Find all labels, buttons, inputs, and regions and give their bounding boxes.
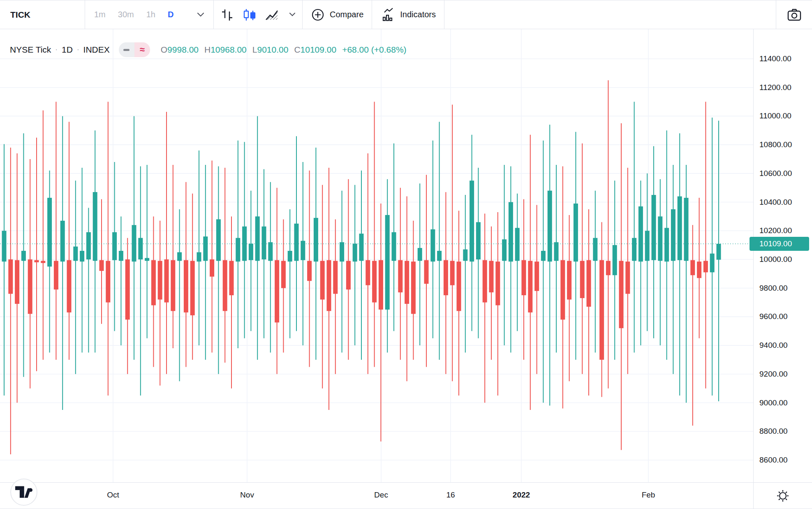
candle-body <box>457 261 461 311</box>
time-axis-label-16: 16 <box>446 490 455 500</box>
area-style-icon[interactable] <box>264 8 279 22</box>
candle-body <box>560 260 565 320</box>
ohlc-high: H10968.00 <box>204 45 247 55</box>
timeframe-button-30m[interactable]: 30m <box>118 10 134 19</box>
candle-body <box>593 238 597 261</box>
candle-body <box>210 259 214 277</box>
price-axis-label: 11200.00 <box>759 83 791 92</box>
candle-body <box>125 259 130 319</box>
candle-body <box>60 221 65 261</box>
time-axis[interactable]: OctNovDec162022Feb <box>0 482 812 509</box>
candle-body <box>619 261 624 328</box>
candle-body <box>223 260 227 311</box>
price-axis-label: 8800.00 <box>759 427 788 436</box>
candle-body <box>664 228 669 261</box>
candle-body <box>184 260 188 312</box>
price-axis-label: 10000.00 <box>759 255 792 264</box>
candle-body <box>372 261 377 302</box>
time-axis-label-Oct: Oct <box>107 490 119 500</box>
indicators-icon <box>380 7 395 22</box>
candle-body <box>522 260 526 295</box>
candle-body <box>392 232 396 261</box>
candle-body <box>567 261 571 299</box>
candle-body <box>717 244 721 260</box>
candles-style-icon[interactable] <box>243 8 257 22</box>
candle-body <box>710 254 715 273</box>
candle-body <box>80 251 84 261</box>
candle-body <box>93 192 97 261</box>
candle-body <box>509 202 513 262</box>
candle-body <box>307 261 312 281</box>
compare-plus-icon <box>311 8 325 22</box>
price-axis-label: 11400.00 <box>759 54 791 63</box>
data-delay-flag-icon[interactable]: ≈ <box>134 42 150 57</box>
timeframe-button-1m[interactable]: 1m <box>94 10 106 19</box>
candle-body <box>548 191 552 262</box>
candle-body <box>385 215 390 310</box>
candle-body <box>430 229 435 261</box>
screenshot-camera-button[interactable] <box>776 0 812 29</box>
candle-body <box>515 228 520 261</box>
legend-separator: · <box>55 46 58 54</box>
style-chevron-down-icon[interactable] <box>289 12 296 17</box>
timeframe-button-1h[interactable]: 1h <box>146 10 155 19</box>
candle-body <box>346 261 351 289</box>
time-axis-label-Feb: Feb <box>642 490 655 500</box>
candle-body <box>444 260 448 295</box>
candle-body <box>489 261 494 292</box>
candle-body <box>495 261 500 305</box>
candle-body <box>658 216 662 261</box>
candle-body <box>190 261 195 315</box>
indicators-button[interactable]: Indicators <box>372 0 444 29</box>
timeframe-button-D[interactable]: D <box>168 10 174 19</box>
candle-body <box>35 260 39 262</box>
candle-body <box>275 260 279 323</box>
time-axis-settings-button[interactable] <box>753 483 812 509</box>
sun-settings-icon <box>776 489 790 503</box>
timeframe-chevron-down-icon[interactable] <box>197 12 204 17</box>
candle-body <box>353 244 357 262</box>
tradingview-chart-window: TICK 1m30m1hD <box>0 0 812 509</box>
candle-body <box>613 245 617 275</box>
legend-symbol[interactable]: NYSE Tick <box>10 45 51 55</box>
symbol-button[interactable]: TICK <box>0 0 85 29</box>
candle-body <box>320 261 325 299</box>
candle-body <box>671 209 676 261</box>
compare-button[interactable]: Compare <box>303 0 372 29</box>
candle-body <box>262 227 266 259</box>
candle-body <box>528 261 532 312</box>
candlestick-chart[interactable] <box>0 29 753 482</box>
tradingview-logo[interactable] <box>10 479 37 506</box>
bars-style-icon[interactable] <box>220 8 234 22</box>
time-axis-label-2022: 2022 <box>513 490 530 500</box>
candle-body <box>359 234 364 261</box>
candle-body <box>203 236 208 261</box>
market-closed-flag-icon[interactable] <box>119 42 134 57</box>
ohlc-low: L9010.00 <box>252 45 289 55</box>
candle-body <box>158 261 162 299</box>
candle-body <box>606 261 611 275</box>
candle-body <box>476 222 481 259</box>
price-axis[interactable]: 10109.00 11400.0011200.0011000.0010800.0… <box>753 29 812 482</box>
ohlc-open: O9998.00 <box>161 45 199 55</box>
candle-body <box>197 252 201 262</box>
candle-body <box>599 260 604 360</box>
legend-interval[interactable]: 1D <box>62 45 73 55</box>
candle-body <box>281 261 286 288</box>
candle-body <box>424 260 429 284</box>
candle-body <box>703 261 708 272</box>
chart-pane[interactable]: NYSE Tick · 1D · INDEX ≈ O9998.00 H10968… <box>0 29 753 482</box>
candle-body <box>470 180 474 261</box>
price-axis-label: 11000.00 <box>759 111 791 120</box>
candle-body <box>574 204 578 261</box>
price-axis-label: 10200.00 <box>759 226 792 235</box>
candle-body <box>534 261 539 291</box>
price-axis-label: 10800.00 <box>759 140 792 149</box>
camera-icon <box>786 7 803 22</box>
candle-body <box>73 247 78 261</box>
candle-body <box>645 231 650 261</box>
candle-body <box>99 260 104 271</box>
candle-body <box>67 260 72 312</box>
time-axis-label-Nov: Nov <box>240 490 254 500</box>
candle-body <box>54 261 58 289</box>
